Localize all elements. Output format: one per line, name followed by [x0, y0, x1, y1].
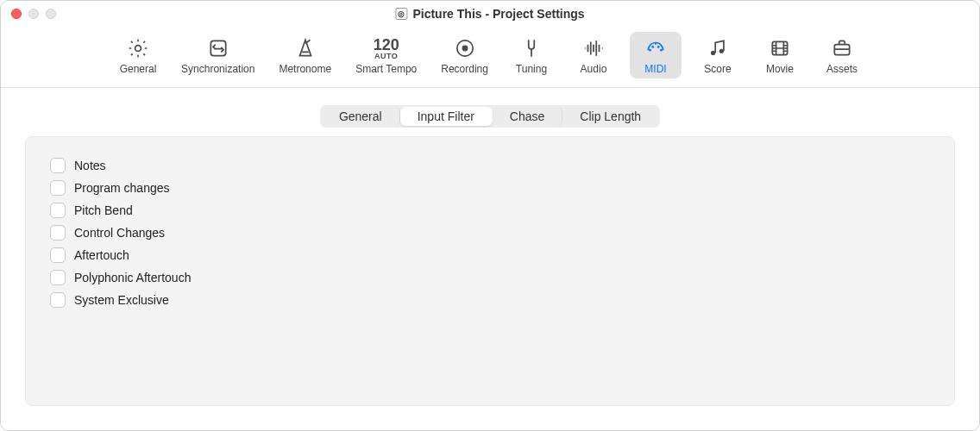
music-notes-icon	[704, 35, 732, 61]
checkbox-label: Aftertouch	[74, 248, 129, 262]
checkbox-aftertouch[interactable]	[50, 247, 66, 263]
toolbar-label: Assets	[826, 63, 858, 75]
checkbox-row-program-changes: Program changes	[50, 180, 930, 196]
checkbox-polyphonic-aftertouch[interactable]	[50, 270, 66, 285]
checkbox-label: Pitch Bend	[74, 203, 133, 217]
svg-point-3	[462, 46, 468, 52]
checkbox-row-system-exclusive: System Exclusive	[50, 292, 930, 308]
toolbar-label: Synchronization	[181, 63, 254, 75]
tuning-fork-icon	[518, 35, 545, 61]
maximize-button[interactable]	[46, 9, 56, 19]
toolbar-label: Smart Tempo	[355, 63, 417, 75]
tab-chase[interactable]: Chase	[493, 107, 562, 126]
checkbox-program-changes[interactable]	[50, 180, 66, 196]
toolbar-label: Movie	[766, 63, 794, 75]
toolbar-label: General	[120, 63, 157, 75]
toolbar-label: MIDI	[644, 63, 666, 75]
film-icon	[766, 35, 794, 61]
window-title: ◎ Picture This - Project Settings	[395, 7, 584, 21]
checkbox-label: Program changes	[74, 181, 170, 195]
project-settings-window: ◎ Picture This - Project Settings Genera…	[0, 0, 980, 431]
checkbox-label: System Exclusive	[74, 293, 169, 307]
svg-point-6	[657, 46, 660, 48]
checkbox-system-exclusive[interactable]	[50, 292, 66, 308]
svg-point-5	[651, 46, 654, 48]
toolbar-audio[interactable]: Audio	[568, 32, 619, 78]
toolbar-tuning[interactable]: Tuning	[506, 32, 557, 78]
svg-point-0	[135, 46, 141, 52]
checkbox-pitch-bend[interactable]	[50, 203, 66, 218]
tab-input-filter[interactable]: Input Filter	[400, 107, 493, 126]
toolbar-label: Audio	[581, 63, 607, 75]
toolbar-general[interactable]: General	[112, 32, 164, 78]
window-controls	[11, 9, 56, 19]
checkbox-row-notes: Notes	[50, 158, 930, 173]
toolbar: General Synchronization Metronome 120 AU…	[1, 27, 979, 88]
toolbar-movie[interactable]: Movie	[754, 32, 806, 78]
gear-icon	[124, 35, 152, 61]
checkbox-row-pitch-bend: Pitch Bend	[50, 203, 930, 218]
smart-tempo-icon: 120 AUTO	[373, 35, 400, 61]
svg-point-4	[649, 49, 651, 52]
checkbox-row-control-changes: Control Changes	[50, 225, 930, 240]
input-filter-panel: Notes Program changes Pitch Bend Control…	[25, 136, 955, 406]
midi-icon	[642, 35, 669, 61]
waveform-icon	[580, 35, 607, 61]
toolbar-assets[interactable]: Assets	[816, 32, 868, 78]
checkbox-control-changes[interactable]	[50, 225, 66, 240]
checkbox-label: Polyphonic Aftertouch	[74, 271, 191, 284]
svg-point-7	[660, 49, 663, 52]
titlebar: ◎ Picture This - Project Settings	[1, 1, 979, 27]
checkbox-row-aftertouch: Aftertouch	[50, 247, 930, 263]
tab-general[interactable]: General	[322, 107, 400, 126]
toolbar-metronome[interactable]: Metronome	[272, 32, 338, 78]
tempo-mode: AUTO	[374, 53, 399, 60]
toolbar-label: Recording	[441, 63, 488, 75]
segmented-control: General Input Filter Chase Clip Length	[320, 105, 660, 128]
checkbox-row-polyphonic-aftertouch: Polyphonic Aftertouch	[50, 270, 930, 285]
checkbox-label: Notes	[74, 159, 106, 172]
checkbox-notes[interactable]	[50, 158, 66, 173]
content-area: General Input Filter Chase Clip Length N…	[1, 88, 979, 430]
checkbox-label: Control Changes	[74, 226, 165, 240]
toolbar-midi[interactable]: MIDI	[630, 32, 682, 78]
window-title-text: Picture This - Project Settings	[412, 7, 584, 21]
toolbar-label: Metronome	[279, 63, 331, 75]
close-button[interactable]	[11, 9, 22, 19]
toolbar-smart-tempo[interactable]: 120 AUTO Smart Tempo	[349, 32, 424, 78]
sync-icon	[204, 35, 232, 61]
tab-clip-length[interactable]: Clip Length	[562, 107, 658, 126]
app-icon: ◎	[395, 8, 407, 20]
record-icon	[451, 35, 479, 61]
toolbar-recording[interactable]: Recording	[434, 32, 495, 78]
minimize-button[interactable]	[28, 9, 39, 19]
checkbox-list: Notes Program changes Pitch Bend Control…	[50, 158, 930, 308]
toolbar-label: Score	[704, 63, 731, 75]
toolbar-label: Tuning	[516, 63, 547, 75]
tempo-value: 120	[374, 37, 399, 53]
metronome-icon	[292, 35, 319, 61]
briefcase-icon	[828, 35, 856, 61]
toolbar-score[interactable]: Score	[692, 32, 744, 78]
toolbar-synchronization[interactable]: Synchronization	[174, 32, 261, 78]
